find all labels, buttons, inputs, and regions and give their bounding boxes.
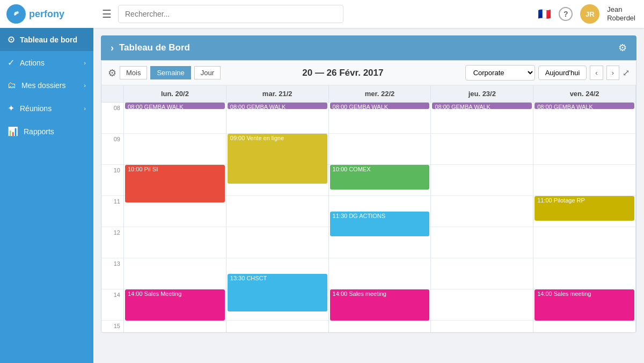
calendar-day-cell[interactable]: 08:00 GEMBA WALK	[226, 103, 329, 134]
breadcrumb-chevron-icon: ›	[111, 42, 114, 54]
calendar-day-cell[interactable]	[431, 134, 533, 165]
calendar-day-cell[interactable]	[226, 321, 329, 332]
calendar-day-cell[interactable]	[124, 321, 226, 332]
calendar-day-cell[interactable]	[431, 321, 533, 332]
calendar-toolbar: ⚙ Mois Semaine Jour 20 — 26 Févr. 2017 C…	[101, 61, 636, 85]
search-input[interactable]	[118, 5, 343, 23]
calendar-event[interactable]: 11:00 Pilotage RP	[535, 196, 634, 221]
prev-button[interactable]: ‹	[590, 66, 603, 80]
calendar-event[interactable]: 14:00 Sales Meeting	[125, 289, 225, 321]
time-cell: 09	[101, 134, 124, 165]
calendar-day-cell[interactable]	[431, 196, 533, 227]
calendar-day-cell[interactable]	[329, 321, 431, 332]
time-column-header	[101, 85, 124, 103]
calendar-event[interactable]: 08:00 GEMBA WALK	[228, 103, 327, 109]
calendar-event[interactable]: 08:00 GEMBA WALK	[125, 103, 225, 109]
calendar-day-cell[interactable]	[431, 227, 533, 258]
page-title-area: › Tableau de Bord	[111, 42, 190, 54]
time-cell: 14	[101, 289, 124, 321]
calendar-day-cell[interactable]: 09:00 Vente en ligne	[226, 134, 329, 165]
time-cell: 10	[101, 165, 124, 196]
calendar-day-cell[interactable]: 11:30 DG ACTIONS	[329, 196, 431, 227]
calendar-day-cell[interactable]	[533, 258, 636, 289]
help-button[interactable]: ?	[559, 7, 573, 21]
calendar-day-cell[interactable]: 08:00 GEMBA WALK	[431, 103, 533, 134]
day-column-header: mer. 22/2	[329, 85, 431, 103]
calendar-day-cell[interactable]	[124, 258, 226, 289]
sidebar-item-dossiers[interactable]: 🗂 Mes dossiers ›	[0, 74, 93, 97]
time-cell: 12	[101, 227, 124, 258]
calendar-event[interactable]: 09:00 Vente en ligne	[228, 134, 327, 184]
rapports-icon: 📊	[8, 126, 18, 136]
calendar-day-cell[interactable]	[431, 258, 533, 289]
calendar-day-cell[interactable]	[226, 227, 329, 258]
calendar-day-cell[interactable]: 08:00 GEMBA WALK	[533, 103, 636, 134]
calendar-day-cell[interactable]: 10:00 Pil SI	[124, 165, 226, 196]
calendar-day-cell[interactable]: 08:00 GEMBA WALK	[329, 103, 431, 134]
view-month-button[interactable]: Mois	[120, 66, 147, 79]
calendar-day-cell[interactable]	[226, 196, 329, 227]
page-settings-icon[interactable]: ⚙	[618, 42, 627, 54]
calendar-event[interactable]: 13:30 CHSCT	[228, 274, 327, 311]
calendar-day-cell[interactable]	[329, 134, 431, 165]
dashboard-icon: ⊙	[8, 34, 14, 45]
calendar-day-cell[interactable]	[533, 134, 636, 165]
sidebar-item-dashboard[interactable]: ⊙ Tableau de bord	[0, 28, 93, 51]
flag-icon: 🇫🇷	[538, 8, 551, 20]
time-cell: 15	[101, 321, 124, 332]
calendar-day-cell[interactable]: 14:00 Sales meeting	[329, 289, 431, 321]
sidebar: perfony ⊙ Tableau de bord ✓ Actions › 🗂 …	[0, 0, 93, 363]
today-button[interactable]: Aujourd'hui	[538, 66, 587, 80]
calendar-day-cell[interactable]: 10:00 COMEX	[329, 165, 431, 196]
calendar-container: ⚙ Mois Semaine Jour 20 — 26 Févr. 2017 C…	[101, 60, 636, 333]
sidebar-item-label: Actions	[20, 59, 45, 67]
calendar-day-cell[interactable]	[533, 321, 636, 332]
calendar-event[interactable]: 08:00 GEMBA WALK	[330, 103, 430, 109]
sidebar-item-rapports[interactable]: 📊 Rapports	[0, 120, 93, 143]
svg-point-1	[16, 11, 19, 14]
calendar-day-cell[interactable]: 08:00 GEMBA WALK	[124, 103, 226, 134]
user-name: Jean Roberdel	[607, 5, 635, 22]
calendar-settings-button[interactable]: ⚙	[108, 67, 116, 79]
day-column-header: ven. 24/2	[533, 85, 636, 103]
calendar-day-cell[interactable]	[124, 227, 226, 258]
day-column-header: mar. 21/2	[226, 85, 329, 103]
calendar-day-cell[interactable]	[431, 289, 533, 321]
view-week-button[interactable]: Semaine	[150, 66, 191, 79]
calendar-event[interactable]: 10:00 Pil SI	[125, 165, 225, 202]
chevron-right-icon: ›	[84, 60, 86, 66]
calendar-day-cell[interactable]	[329, 258, 431, 289]
calendar-event[interactable]: 10:00 COMEX	[330, 165, 430, 190]
calendar-event[interactable]: 14:00 Sales meeting	[330, 289, 430, 321]
calendar-day-cell[interactable]	[431, 165, 533, 196]
calendar-selector[interactable]: Corporate Personnel Équipe	[465, 65, 535, 81]
actions-icon: ✓	[8, 57, 14, 68]
logo-area: perfony	[0, 0, 93, 28]
page-content: › Tableau de Bord ⚙ ⚙ Mois Semaine Jour …	[93, 28, 644, 363]
calendar-day-cell[interactable]: 14:00 Sales Meeting	[124, 289, 226, 321]
calendar-event[interactable]: 11:30 DG ACTIONS	[330, 212, 430, 236]
topbar-right: 🇫🇷 ? JR Jean Roberdel	[538, 4, 635, 24]
time-cell: 11	[101, 196, 124, 227]
calendar-day-cell[interactable]	[124, 134, 226, 165]
calendar-day-cell[interactable]: 14:00 Sales meeting	[533, 289, 636, 321]
sidebar-item-actions[interactable]: ✓ Actions ›	[0, 51, 93, 74]
chevron-right-icon: ›	[84, 105, 86, 112]
main-content: ☰ 🇫🇷 ? JR Jean Roberdel › Tableau de Bor…	[93, 0, 644, 363]
app-name: perfony	[29, 9, 64, 20]
calendar-day-cell[interactable]: 11:00 Pilotage RP	[533, 196, 636, 227]
calendar-day-cell[interactable]	[533, 227, 636, 258]
calendar-event[interactable]: 14:00 Sales meeting	[535, 289, 634, 321]
calendar-event[interactable]: 08:00 GEMBA WALK	[432, 103, 532, 109]
calendar-day-cell[interactable]	[533, 165, 636, 196]
calendar-event[interactable]: 08:00 GEMBA WALK	[535, 103, 634, 109]
calendar-day-cell[interactable]: 13:30 CHSCT	[226, 258, 329, 289]
sidebar-item-label: Mes dossiers	[21, 81, 65, 90]
day-column-header: jeu. 23/2	[431, 85, 533, 103]
view-day-button[interactable]: Jour	[194, 66, 221, 79]
sidebar-item-reunions[interactable]: ✦ Réunions ›	[0, 97, 93, 120]
hamburger-icon[interactable]: ☰	[102, 8, 112, 20]
avatar: JR	[580, 4, 599, 24]
expand-button[interactable]: ⤢	[623, 68, 630, 78]
next-button[interactable]: ›	[606, 66, 619, 80]
